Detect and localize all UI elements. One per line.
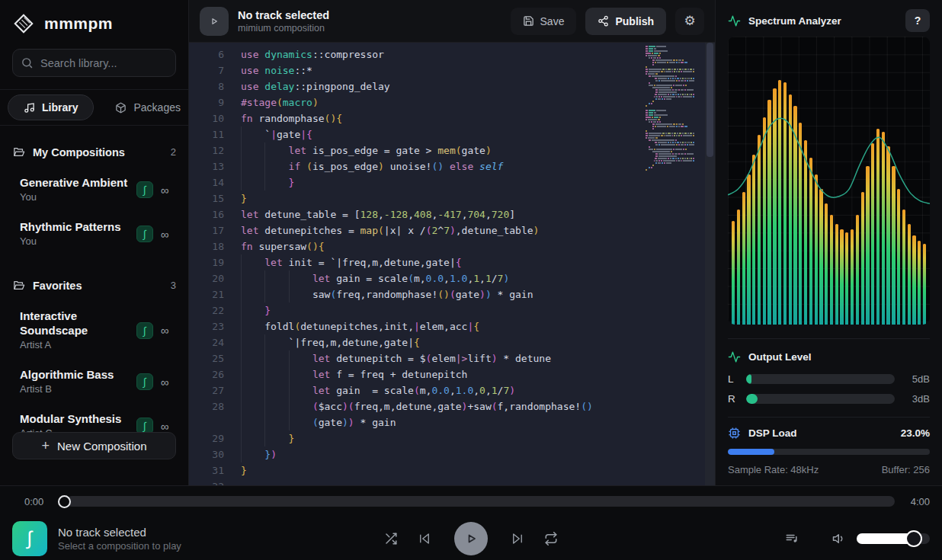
code-editor[interactable]: 6use dynamics::compressor7use noise::*8u… (189, 43, 715, 485)
minimap-block (658, 94, 668, 95)
minimap-block (672, 94, 674, 95)
output-level-header: Output Level (728, 348, 930, 365)
code-token: ` (264, 129, 271, 140)
minimap-block (690, 158, 692, 159)
gem-logo-icon (12, 12, 35, 35)
minimap-block (646, 50, 648, 52)
code-token: if (289, 161, 306, 172)
minimap-block (646, 71, 648, 72)
code-token: ( (306, 161, 312, 172)
editor-scrollbar[interactable] (705, 43, 715, 485)
minimap-block (678, 135, 680, 136)
minimap-line (645, 55, 695, 56)
volume-icon[interactable] (832, 532, 846, 546)
tab-library[interactable]: Library (8, 94, 94, 120)
minimap-indent (645, 146, 648, 148)
code-token: * gain (492, 289, 533, 300)
minimap-block (649, 71, 660, 72)
minimap-line (645, 91, 695, 93)
tab-packages[interactable]: Packages (100, 95, 195, 120)
settings-button[interactable]: ⚙ (675, 8, 704, 35)
minimap-indent (645, 153, 655, 155)
help-button[interactable]: ? (905, 9, 930, 32)
composition-item[interactable]: Algorithmic BassArtist B∫∞ (12, 360, 176, 404)
code-line: 6use dynamics::compressor (189, 46, 715, 62)
code-token: ) (503, 273, 509, 284)
minimap-block (672, 89, 674, 91)
code-token: m, (414, 273, 426, 284)
code-content: } (241, 430, 294, 446)
minimap-block (654, 48, 656, 50)
code-line: 8use delay::pingpong_delay (189, 78, 715, 94)
previous-track-button[interactable] (418, 532, 431, 546)
code-token: ( (378, 225, 384, 236)
line-number: 20 (189, 270, 224, 286)
minimap-block (658, 89, 671, 91)
minimap-block (673, 123, 675, 125)
save-button[interactable]: Save (511, 8, 577, 35)
new-composition-button[interactable]: + New Composition (12, 432, 176, 459)
minimap-block (648, 137, 655, 139)
code-token: else (450, 161, 479, 172)
minimap-block (662, 133, 665, 134)
editor-scrollbar-thumb[interactable] (706, 43, 713, 157)
topbar-play-button[interactable] (200, 7, 229, 36)
composition-item[interactable]: Generative AmbientYou∫∞ (12, 168, 176, 212)
shuffle-button[interactable] (384, 532, 398, 546)
editor-minimap[interactable] (645, 46, 695, 174)
line-number: 18 (189, 238, 224, 254)
app-title: mmmpm (44, 14, 113, 33)
repeat-button[interactable] (544, 532, 558, 546)
code-line: 21saw(freq,randomphase!()(gate)) * gain (189, 286, 715, 302)
minimap-block (654, 117, 658, 118)
folder-open-icon (12, 146, 25, 158)
code-token: let (312, 369, 336, 380)
minimap-block (646, 130, 647, 132)
minimap-block (648, 55, 657, 56)
queue-button[interactable] (785, 532, 799, 546)
next-track-button[interactable] (511, 532, 524, 546)
minimap-line (645, 110, 695, 111)
play-button[interactable] (454, 522, 488, 555)
minimap-block (652, 139, 674, 141)
minimap-block (646, 55, 647, 56)
timeline-track[interactable] (66, 496, 895, 507)
code-token: mem (437, 145, 455, 156)
timeline-scrub-handle[interactable] (58, 495, 71, 508)
volume-slider[interactable] (857, 533, 930, 544)
composition-item[interactable]: Modular SynthesisArtist C∫∞ (12, 404, 176, 432)
code-token: fn (241, 113, 258, 124)
code-token: |> (456, 353, 468, 364)
minimap-block (681, 80, 684, 82)
minimap-block (649, 135, 660, 136)
minimap-block (661, 135, 663, 136)
minimap-block (674, 135, 675, 136)
code-token: let (312, 353, 336, 364)
minimap-block (666, 98, 671, 100)
minimap-indent (645, 165, 652, 166)
indent-guide (241, 302, 264, 318)
publish-button[interactable]: Publish (585, 8, 666, 35)
code-content: `|freq,m,detune,gate|{ (241, 334, 420, 350)
minimap-block (665, 71, 671, 72)
minimap-indent (645, 126, 652, 127)
minimap-line (645, 101, 695, 102)
new-composition-wrap: + New Composition (0, 432, 188, 485)
minimap-block (655, 80, 658, 82)
minimap-block (651, 103, 652, 104)
line-number: 9 (189, 94, 224, 110)
search-input[interactable] (12, 49, 176, 77)
minimap-line (645, 87, 695, 88)
composition-item[interactable]: Rhythmic PatternsYou∫∞ (12, 212, 176, 256)
minimap-indent (645, 91, 655, 93)
right-panel: Spectrum Analyzer ? Output Level L5dBR3d… (715, 0, 942, 485)
composition-item[interactable]: Interactive SoundscapeArtist A∫∞ (12, 301, 176, 360)
minimap-block (655, 73, 658, 75)
minimap-line (645, 162, 695, 164)
volume-knob[interactable] (905, 530, 922, 547)
code-token: saw (312, 289, 330, 300)
minimap-block (675, 149, 682, 150)
minimap-block (681, 153, 684, 155)
integral-icon: ∫ (27, 527, 33, 549)
minimap-block (661, 96, 662, 98)
